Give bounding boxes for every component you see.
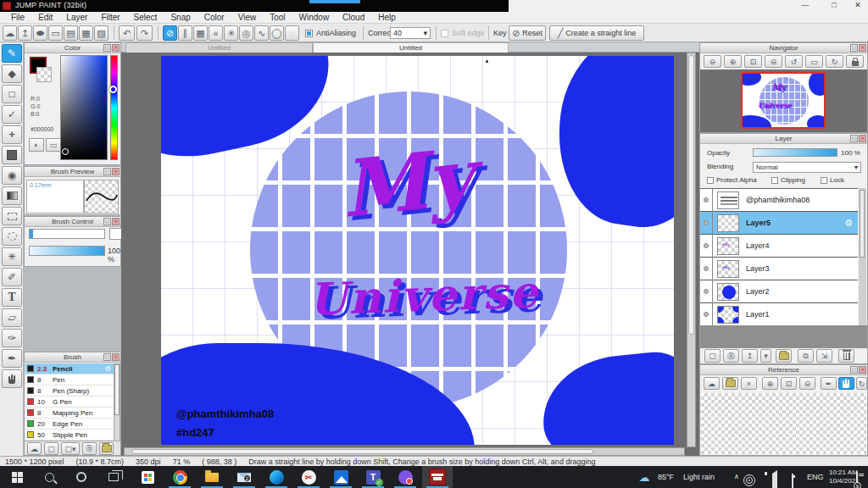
- taskbar-store[interactable]: [132, 466, 163, 488]
- layer-delete-button[interactable]: [838, 349, 854, 363]
- ref-rotate-button[interactable]: ↻: [856, 377, 867, 390]
- taskbar-teams[interactable]: T✓: [358, 466, 388, 488]
- close-icon[interactable]: ×: [859, 135, 866, 142]
- straight-line-button[interactable]: ╱ Create a straight line: [549, 25, 644, 41]
- brush-tool[interactable]: ✎: [2, 44, 22, 63]
- ref-dropper-button[interactable]: ✒: [821, 377, 837, 390]
- brush-save-button[interactable]: ▢▾: [61, 442, 80, 455]
- eyedropper-tool[interactable]: ✒: [2, 349, 22, 368]
- brush-opacity-slider[interactable]: [29, 246, 105, 256]
- close-icon[interactable]: ×: [859, 366, 866, 374]
- taskbar-snip[interactable]: ✂: [293, 466, 324, 488]
- layer-more-dropdown[interactable]: ▾: [760, 349, 771, 363]
- brush-item-pencil[interactable]: 2.3 Pencil ⚙: [25, 363, 114, 374]
- brush-list-scrollbar[interactable]: [114, 363, 120, 444]
- close-icon[interactable]: ×: [112, 168, 120, 175]
- snap-radial-button[interactable]: ✳: [224, 25, 238, 41]
- brush-item-edge-pen[interactable]: 20 Edge Pen: [25, 419, 114, 430]
- marquee-tool[interactable]: [2, 207, 22, 225]
- weather-icon-slot[interactable]: ☁: [634, 466, 654, 488]
- layer-duplicate-button[interactable]: ⧉: [798, 349, 814, 363]
- weather-temp[interactable]: 85°F: [658, 473, 674, 481]
- volume-icon[interactable]: [772, 470, 777, 488]
- comment-icon[interactable]: ▭: [48, 25, 63, 41]
- menu-window[interactable]: Window: [293, 12, 336, 23]
- brush-item-stipple-pen[interactable]: 50 Stipple Pen: [25, 430, 114, 441]
- rect-select-tool[interactable]: □: [2, 85, 22, 103]
- brush-item-g-pen[interactable]: 10 G Pen: [25, 396, 114, 408]
- cloud-icon[interactable]: ☁: [3, 25, 17, 41]
- ref-zoom-out-button[interactable]: ⊖: [799, 377, 815, 390]
- text-tool[interactable]: T: [2, 288, 22, 307]
- nav-zoom-out-button[interactable]: ⊖: [704, 55, 721, 68]
- close-icon[interactable]: ×: [112, 218, 120, 225]
- palette-button[interactable]: ◐: [29, 138, 44, 152]
- lock-checkbox[interactable]: Lock: [821, 176, 844, 184]
- canvas-horizontal-scrollbar[interactable]: [124, 447, 685, 456]
- menu-color[interactable]: Color: [198, 12, 231, 23]
- saturation-picker[interactable]: [60, 55, 108, 160]
- hue-bar[interactable]: [110, 55, 118, 160]
- ref-clear-button[interactable]: ×: [741, 377, 757, 390]
- correction-select[interactable]: 40 ▾: [390, 27, 431, 39]
- popout-icon[interactable]: ◱: [103, 218, 111, 225]
- document-icon[interactable]: ▤: [64, 25, 78, 41]
- popout-icon[interactable]: ◱: [103, 168, 111, 175]
- soft-edge-checkbox[interactable]: [441, 30, 448, 37]
- layer-row-account[interactable]: @phamthikimha08: [700, 189, 858, 212]
- task-view-button[interactable]: [98, 466, 129, 488]
- layer-row-layer2[interactable]: Layer2: [700, 280, 858, 303]
- menu-filter[interactable]: Filter: [95, 12, 125, 23]
- tab-untitled-2[interactable]: Untitled: [313, 42, 509, 53]
- brush-size-slider[interactable]: [29, 229, 105, 239]
- nav-rotate-cw-button[interactable]: ↻: [826, 55, 843, 68]
- taskbar-search-button[interactable]: [34, 466, 64, 488]
- snap-curve-button[interactable]: ∿: [254, 25, 269, 41]
- menu-cloud[interactable]: Cloud: [337, 12, 370, 23]
- language-indicator[interactable]: ENG: [807, 473, 824, 481]
- visibility-toggle[interactable]: [700, 258, 713, 280]
- visibility-toggle[interactable]: [700, 303, 713, 326]
- snap-concentric-button[interactable]: ◎: [239, 25, 253, 41]
- close-button[interactable]: ✕: [848, 0, 868, 11]
- hue-cursor[interactable]: [109, 86, 117, 93]
- brush-a-button[interactable]: ⓐ: [82, 442, 97, 455]
- menu-layer[interactable]: Layer: [60, 12, 93, 23]
- close-icon[interactable]: ×: [112, 44, 120, 52]
- ref-hand-button[interactable]: [838, 377, 854, 390]
- taskbar-mail[interactable]: 2: [229, 466, 259, 488]
- swatch-mode-button[interactable]: ▭: [46, 138, 61, 152]
- saturation-cursor[interactable]: [62, 148, 69, 155]
- notification-center-icon[interactable]: 9: [856, 471, 858, 487]
- popout-icon[interactable]: ◱: [103, 353, 111, 361]
- ref-cloud-button[interactable]: ☁: [704, 377, 720, 390]
- ref-zoom-in-button[interactable]: ⊕: [762, 377, 778, 390]
- reset-button[interactable]: ⊘ Reset: [509, 25, 546, 41]
- navigator-viewport[interactable]: My Universe: [700, 69, 867, 132]
- popout-icon[interactable]: ◱: [850, 44, 858, 52]
- layer-list-scrollbar[interactable]: [859, 188, 866, 325]
- brush-item-mapping-pen[interactable]: 8 Mapping Pen: [25, 408, 114, 419]
- canvas-vertical-scrollbar[interactable]: [687, 53, 696, 447]
- close-icon[interactable]: ×: [112, 353, 120, 361]
- layer-row-layer5[interactable]: Layer5 ⚙: [700, 212, 858, 235]
- lasso-tool[interactable]: [2, 227, 22, 246]
- visibility-toggle[interactable]: [700, 235, 713, 258]
- snap-circle-button[interactable]: ◌: [285, 25, 299, 41]
- layer-new-button[interactable]: ▢: [704, 349, 721, 363]
- visibility-toggle[interactable]: [700, 189, 713, 212]
- menu-file[interactable]: File: [5, 12, 31, 23]
- menu-help[interactable]: Help: [372, 12, 402, 23]
- nav-zoom-in-button[interactable]: ⊕: [724, 55, 742, 68]
- brush-cloud-button[interactable]: ☁: [27, 442, 42, 455]
- snap-vanish-button[interactable]: «: [209, 25, 223, 41]
- menu-snap[interactable]: Snap: [164, 12, 196, 23]
- snap-ellipse-button[interactable]: ◯: [270, 25, 284, 41]
- customize-icon[interactable]: ▨: [94, 25, 108, 41]
- brush-folder-button[interactable]: [99, 442, 114, 455]
- layer-merge-button[interactable]: ⇲: [816, 349, 832, 363]
- nav-lock-button[interactable]: [846, 55, 864, 68]
- minimize-button[interactable]: —: [795, 0, 815, 11]
- gear-icon[interactable]: ⚙: [844, 218, 853, 229]
- ref-open-button[interactable]: [722, 377, 738, 390]
